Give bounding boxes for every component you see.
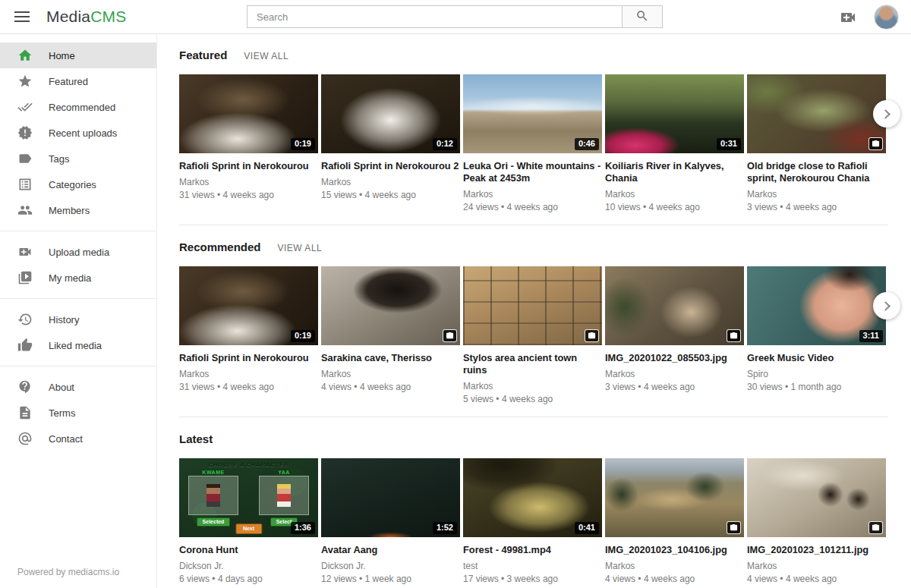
media-author[interactable]: Markos — [179, 177, 318, 187]
powered-by-text: Powered by mediacms.io — [17, 567, 119, 577]
media-title[interactable]: Corona Hunt — [179, 544, 318, 556]
sidebar-item-upload-media[interactable]: Upload media — [0, 239, 156, 265]
media-author[interactable]: Markos — [179, 369, 318, 379]
sidebar-item-about[interactable]: About — [0, 374, 156, 400]
media-card[interactable]: 0:12Rafioli Sprint in Nerokourou 2Markos… — [321, 74, 460, 212]
sidebar-item-liked-media[interactable]: Liked media — [0, 332, 156, 358]
media-title[interactable]: IMG_20201022_085503.jpg — [605, 352, 744, 364]
media-card[interactable]: Old bridge close to Rafioli sprint, Nero… — [747, 74, 886, 212]
duration-badge: 1:52 — [433, 522, 457, 534]
media-title[interactable]: Forest - 49981.mp4 — [463, 544, 602, 556]
media-author[interactable]: Dickson Jr. — [179, 561, 318, 571]
sidebar-divider — [0, 366, 156, 366]
sidebar-item-label: Tags — [49, 153, 69, 165]
media-thumbnail[interactable] — [605, 266, 744, 345]
view-all-link[interactable]: VIEW ALL — [278, 243, 323, 253]
media-thumbnail[interactable]: 3:11 — [747, 266, 886, 345]
sidebar-item-label: Categories — [49, 179, 96, 190]
sidebar-item-featured[interactable]: Featured — [0, 68, 156, 94]
media-author[interactable]: Markos — [321, 369, 460, 379]
sidebar-item-label: Members — [49, 205, 90, 216]
media-thumbnail[interactable]: 0:31 — [605, 74, 744, 153]
media-thumbnail[interactable]: 1:52 — [321, 458, 460, 537]
media-author[interactable]: Spiro — [747, 369, 886, 379]
sidebar-item-label: Home — [49, 50, 75, 61]
media-thumbnail[interactable]: 0:12 — [321, 74, 460, 153]
media-title[interactable]: Rafioli Sprint in Nerokourou — [179, 160, 318, 172]
search-input[interactable] — [247, 5, 623, 28]
media-thumbnail[interactable]: 0:46 — [463, 74, 602, 153]
media-title[interactable]: Rafioli Sprint in Nerokourou — [179, 352, 318, 364]
media-title[interactable]: Leuka Ori - White mountains - Peak at 24… — [463, 160, 602, 184]
media-thumbnail[interactable] — [747, 458, 886, 537]
media-title[interactable]: Koiliaris River in Kalyves, Chania — [605, 160, 744, 184]
media-author[interactable]: Markos — [605, 561, 744, 571]
logo[interactable]: MediaCMS — [46, 8, 126, 26]
media-thumbnail[interactable] — [321, 266, 460, 345]
media-thumbnail[interactable]: 0:19 — [179, 74, 318, 153]
sidebar-item-contact[interactable]: Contact — [0, 426, 156, 451]
media-title[interactable]: Stylos area ancient town ruins — [463, 352, 602, 376]
media-card[interactable]: IMG_20201023_101211.jpgMarkos4 views • 4… — [747, 458, 886, 584]
next-arrow-button[interactable] — [873, 292, 900, 319]
next-arrow-button[interactable] — [873, 100, 900, 127]
media-thumbnail[interactable]: CHOOSE A CHARACTERKWAMESelectedYAASelect… — [179, 458, 318, 537]
sidebar-item-my-media[interactable]: My media — [0, 265, 156, 291]
view-all-link[interactable]: VIEW ALL — [244, 51, 288, 61]
upload-media-icon[interactable] — [839, 8, 857, 27]
media-card[interactable]: 0:19Rafioli Sprint in NerokourouMarkos31… — [179, 74, 318, 212]
sidebar-item-members[interactable]: Members — [0, 197, 156, 223]
media-author[interactable]: test — [463, 561, 602, 571]
media-author[interactable]: Markos — [321, 177, 460, 187]
media-card[interactable]: 0:19Rafioli Sprint in NerokourouMarkos31… — [179, 266, 318, 404]
sidebar-item-home[interactable]: Home — [0, 42, 156, 68]
media-title[interactable]: Greek Music Video — [747, 352, 886, 364]
duration-badge: 0:12 — [433, 138, 457, 150]
sidebar-item-label: Liked media — [49, 340, 102, 351]
media-author[interactable]: Dickson Jr. — [321, 561, 460, 571]
media-title[interactable]: Old bridge close to Rafioli sprint, Nero… — [747, 160, 886, 184]
media-card[interactable]: IMG_20201022_085503.jpgMarkos3 views • 4… — [605, 266, 744, 404]
avatar[interactable] — [874, 5, 899, 30]
media-author[interactable]: Markos — [747, 561, 886, 571]
media-thumbnail[interactable]: 0:19 — [179, 266, 318, 345]
media-title[interactable]: Avatar Aang — [321, 544, 460, 556]
media-thumbnail[interactable]: 0:41 — [463, 458, 602, 537]
media-card[interactable]: 3:11Greek Music VideoSpiro30 views • 1 m… — [747, 266, 886, 404]
media-author[interactable]: Markos — [605, 189, 744, 200]
sidebar-item-history[interactable]: History — [0, 307, 156, 332]
sidebar-item-categories[interactable]: Categories — [0, 171, 156, 197]
media-title[interactable]: IMG_20201023_104106.jpg — [605, 544, 744, 556]
media-title[interactable]: Sarakina cave, Therisso — [321, 352, 460, 364]
media-meta: 15 views • 4 weeks ago — [321, 190, 460, 200]
sidebar-item-terms[interactable]: Terms — [0, 400, 156, 426]
media-card[interactable]: 0:31Koiliaris River in Kalyves, ChaniaMa… — [605, 74, 744, 212]
game-character-name: KWAME — [202, 470, 224, 475]
media-author[interactable]: Markos — [463, 381, 602, 391]
sidebar-divider — [0, 298, 156, 299]
media-card[interactable]: 1:52Avatar AangDickson Jr.12 views • 1 w… — [321, 458, 460, 584]
sidebar-item-recent-uploads[interactable]: Recent uploads — [0, 120, 156, 146]
section-title: Featured — [179, 49, 227, 61]
media-author[interactable]: Markos — [463, 189, 602, 200]
media-card[interactable]: Stylos area ancient town ruinsMarkos5 vi… — [463, 266, 602, 404]
media-title[interactable]: Rafioli Sprint in Nerokourou 2 — [321, 160, 460, 172]
media-card[interactable]: IMG_20201023_104106.jpgMarkos4 views • 4… — [605, 458, 744, 584]
media-card[interactable]: 0:41Forest - 49981.mp4test17 views • 3 w… — [463, 458, 602, 584]
main-content: FeaturedVIEW ALL0:19Rafioli Sprint in Ne… — [158, 35, 911, 588]
media-card[interactable]: 0:46Leuka Ori - White mountains - Peak a… — [463, 74, 602, 212]
media-thumbnail[interactable] — [463, 266, 602, 345]
media-card[interactable]: CHOOSE A CHARACTERKWAMESelectedYAASelect… — [179, 458, 318, 584]
media-author[interactable]: Markos — [747, 189, 886, 200]
media-thumbnail[interactable] — [605, 458, 744, 537]
menu-icon[interactable] — [14, 8, 31, 25]
media-card[interactable]: Sarakina cave, TherissoMarkos4 views • 4… — [321, 266, 460, 404]
sidebar-item-tags[interactable]: Tags — [0, 146, 156, 171]
sidebar-item-label: History — [49, 314, 79, 325]
media-title[interactable]: IMG_20201023_101211.jpg — [747, 544, 886, 556]
media-thumbnail[interactable] — [747, 74, 886, 153]
camcorder-icon — [17, 244, 33, 259]
sidebar-item-recommended[interactable]: Recommended — [0, 94, 156, 120]
search-button[interactable] — [622, 5, 663, 28]
media-author[interactable]: Markos — [605, 369, 744, 379]
